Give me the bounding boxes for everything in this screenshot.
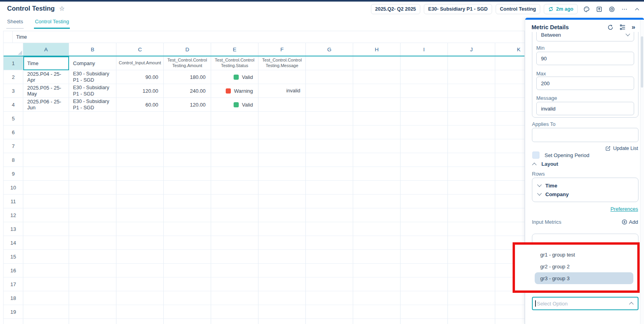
sheet-cell[interactable] (495, 112, 525, 125)
sheet-cell[interactable] (448, 98, 495, 112)
sheet-cell[interactable] (164, 112, 211, 125)
sheet-cell[interactable] (258, 319, 306, 324)
layout-section-toggle[interactable]: Layout (533, 161, 558, 167)
sheet-cell[interactable] (23, 305, 69, 319)
max-input[interactable]: 200 (536, 77, 634, 90)
sheet-cell[interactable] (116, 277, 164, 291)
sheet-cell[interactable] (23, 208, 69, 222)
sheet-cell[interactable] (401, 195, 448, 208)
sheet-cell[interactable] (116, 112, 164, 125)
context-pill-scenario[interactable]: Control Testing (496, 4, 540, 14)
row-header[interactable]: 18 (4, 291, 23, 305)
sheet-cell[interactable] (164, 181, 211, 195)
sheet-cell[interactable] (401, 277, 448, 291)
row-header[interactable]: 1 (4, 56, 23, 70)
row-header[interactable]: 19 (4, 305, 23, 319)
sheet-cell[interactable] (258, 125, 306, 139)
sheet-cell[interactable] (448, 125, 495, 139)
sheet-cell[interactable] (23, 195, 69, 208)
sheet-cell[interactable] (401, 236, 448, 250)
favorite-star-icon[interactable]: ☆ (59, 6, 65, 12)
sheet-cell[interactable] (23, 125, 69, 139)
refresh-button[interactable]: 2m ago (544, 4, 578, 14)
sheet-cell[interactable] (164, 125, 211, 139)
sheet-cell[interactable] (211, 319, 258, 324)
sheet-cell[interactable] (23, 139, 69, 153)
sheet-cell[interactable] (353, 319, 401, 324)
outline-tree-icon[interactable] (620, 24, 626, 30)
sheet-cell[interactable] (401, 84, 448, 98)
sheet-cell[interactable] (495, 319, 525, 324)
sheet-cell[interactable] (164, 291, 211, 305)
sheet-cell[interactable] (495, 181, 525, 195)
name-box[interactable] (4, 31, 13, 43)
sheet-cell[interactable] (69, 319, 116, 324)
sheet-cell[interactable] (116, 167, 164, 181)
sheet-cell[interactable] (69, 236, 116, 250)
sheet-cell[interactable] (211, 181, 258, 195)
sheet-cell[interactable] (306, 56, 353, 70)
sheet-cell[interactable] (69, 277, 116, 291)
sheet-cell[interactable] (495, 98, 525, 112)
column-header-f[interactable]: F (258, 43, 306, 56)
sheet-cell-d1[interactable]: Test_Control.Control Testing.Amount (164, 56, 211, 70)
set-opening-period-checkbox[interactable] (532, 152, 539, 159)
sheet-cell[interactable] (448, 84, 495, 98)
sheet-cell[interactable] (69, 181, 116, 195)
scrollbar-thumb[interactable] (641, 36, 643, 88)
sheet-cell[interactable] (353, 98, 401, 112)
sheet-cell[interactable] (353, 264, 401, 277)
sheet-cell[interactable] (495, 153, 525, 167)
sheet-cell[interactable] (401, 291, 448, 305)
testing-amount-cell[interactable]: 240.00 (164, 84, 211, 98)
sheet-cell[interactable] (306, 167, 353, 181)
input-amount-cell[interactable]: 120.00 (116, 84, 164, 98)
sheet-cell[interactable] (401, 222, 448, 236)
sheet-cell[interactable] (23, 250, 69, 264)
company-cell[interactable]: E30 - Subsidiary P1 - SGD (69, 84, 116, 98)
sheet-cell[interactable] (211, 153, 258, 167)
row-header[interactable]: 15 (4, 250, 23, 264)
sheet-cell[interactable] (211, 236, 258, 250)
row-header[interactable]: 2 (4, 70, 23, 84)
sheet-cell[interactable] (353, 236, 401, 250)
select-option-input[interactable]: Select Option (532, 297, 638, 310)
row-header[interactable]: 17 (4, 277, 23, 291)
sheet-cell[interactable] (306, 291, 353, 305)
sheet-cell[interactable] (495, 139, 525, 153)
sheet-cell[interactable] (116, 208, 164, 222)
sheet-cell[interactable] (116, 195, 164, 208)
sheet-cell[interactable] (353, 208, 401, 222)
sheet-cell[interactable] (401, 98, 448, 112)
sheet-cell[interactable] (116, 181, 164, 195)
sheet-cell[interactable] (69, 291, 116, 305)
sheet-cell[interactable] (116, 319, 164, 324)
sheet-cell[interactable] (353, 153, 401, 167)
sheet-cell[interactable] (401, 181, 448, 195)
sheet-cell[interactable] (69, 222, 116, 236)
sheet-cell[interactable] (306, 98, 353, 112)
row-header[interactable]: 3 (4, 84, 23, 98)
sheet-cell[interactable] (23, 181, 69, 195)
sheet-cell[interactable] (164, 264, 211, 277)
sheet-cell[interactable] (306, 208, 353, 222)
sheet-cell[interactable] (258, 277, 306, 291)
sheet-cell[interactable] (448, 112, 495, 125)
sheet-cell[interactable] (306, 125, 353, 139)
sheet-cell[interactable] (116, 153, 164, 167)
sheet-cell[interactable] (448, 222, 495, 236)
row-header[interactable]: 16 (4, 264, 23, 277)
sheet-cell[interactable] (164, 167, 211, 181)
sheet-cell[interactable] (164, 319, 211, 324)
sheet-cell[interactable] (306, 195, 353, 208)
sheet-cell[interactable] (306, 277, 353, 291)
sheet-cell[interactable] (448, 56, 495, 70)
sheet-cell[interactable] (401, 319, 448, 324)
status-cell[interactable]: Warning (211, 84, 258, 98)
sheet-cell[interactable] (448, 167, 495, 181)
sheet-cell[interactable] (448, 208, 495, 222)
sheet-cell-b1[interactable]: Company (69, 56, 116, 70)
sheet-cell[interactable] (69, 125, 116, 139)
sheet-cell[interactable] (353, 70, 401, 84)
input-amount-cell[interactable]: 60.00 (116, 98, 164, 112)
